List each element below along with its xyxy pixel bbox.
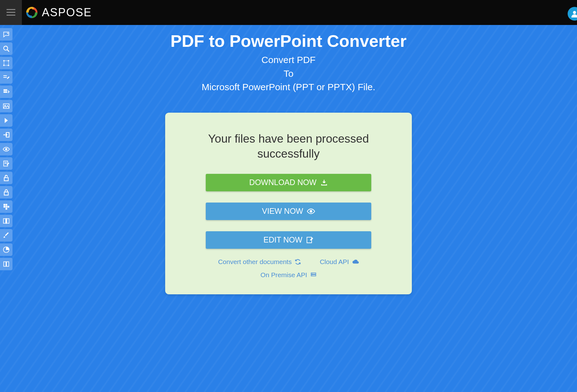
note-edit-icon[interactable] — [0, 157, 12, 170]
svg-rect-14 — [4, 91, 7, 93]
svg-rect-37 — [311, 275, 316, 276]
svg-rect-31 — [7, 219, 9, 223]
hero: PDF to PowerPoint Converter Convert PDF … — [117, 31, 460, 94]
server-icon — [310, 272, 317, 278]
subtitle-line: Microsoft PowerPoint (PPT or PPTX) File. — [117, 80, 460, 94]
download-label: DOWNLOAD NOW — [249, 178, 316, 187]
svg-point-9 — [3, 65, 5, 66]
arrow-right-icon[interactable] — [0, 114, 12, 127]
svg-rect-36 — [311, 273, 316, 274]
svg-rect-24 — [4, 204, 5, 206]
success-message: Your files have been processed successfu… — [206, 131, 371, 161]
svg-rect-29 — [6, 208, 7, 210]
aspose-swirl-icon — [25, 6, 39, 19]
chart-icon[interactable] — [0, 243, 12, 256]
download-button[interactable]: DOWNLOAD NOW — [206, 174, 371, 191]
link-label: On Premise API — [260, 271, 307, 279]
links-row-2: On Premise API — [206, 271, 371, 279]
svg-rect-27 — [6, 206, 7, 208]
svg-rect-15 — [3, 104, 9, 109]
svg-point-38 — [312, 273, 313, 274]
onpremise-api-link[interactable]: On Premise API — [260, 271, 316, 279]
tool-sidebar — [0, 28, 12, 270]
organize-icon[interactable] — [0, 200, 12, 213]
eye-icon — [307, 207, 315, 215]
link-label: Cloud API — [320, 258, 349, 266]
lock-icon[interactable] — [0, 186, 12, 198]
page-subtitle: Convert PDF To Microsoft PowerPoint (PPT… — [117, 53, 460, 94]
svg-line-5 — [7, 50, 9, 51]
svg-point-39 — [312, 275, 313, 276]
link-label: Convert other documents — [218, 258, 292, 266]
svg-rect-25 — [6, 204, 7, 206]
svg-point-3 — [573, 11, 576, 14]
top-bar: ASPOSE — [0, 0, 577, 25]
exit-icon[interactable] — [0, 129, 12, 141]
svg-point-4 — [4, 46, 8, 50]
menu-button[interactable] — [0, 0, 22, 25]
user-account-button[interactable] — [568, 7, 577, 21]
svg-rect-26 — [4, 206, 5, 208]
resize-icon[interactable] — [0, 57, 12, 69]
svg-rect-30 — [3, 219, 6, 223]
subtitle-line: Convert PDF — [117, 53, 460, 67]
book-icon[interactable] — [0, 258, 12, 270]
edit-icon — [306, 236, 313, 244]
download-icon — [320, 179, 328, 186]
svg-rect-6 — [4, 61, 9, 66]
svg-rect-22 — [4, 178, 8, 181]
svg-point-7 — [3, 60, 5, 61]
page-title: PDF to PowerPoint Converter — [117, 31, 460, 51]
svg-point-8 — [8, 60, 9, 61]
comment-icon[interactable] — [0, 28, 12, 41]
form-icon[interactable] — [0, 86, 12, 98]
svg-rect-28 — [8, 206, 9, 208]
svg-rect-0 — [7, 9, 15, 10]
links-row: Convert other documents Cloud API — [206, 258, 371, 266]
brush-icon[interactable] — [0, 229, 12, 242]
eye-icon[interactable] — [0, 143, 12, 155]
svg-rect-2 — [7, 15, 15, 16]
convert-other-link[interactable]: Convert other documents — [218, 258, 301, 266]
hamburger-icon — [7, 9, 15, 16]
brand-logo[interactable]: ASPOSE — [25, 6, 92, 19]
user-icon — [571, 10, 577, 17]
image-icon[interactable] — [0, 100, 12, 112]
svg-rect-13 — [4, 90, 7, 91]
subtitle-line: To — [117, 67, 460, 81]
view-button[interactable]: VIEW NOW — [206, 203, 371, 220]
refresh-icon — [295, 259, 301, 265]
cloud-api-link[interactable]: Cloud API — [320, 258, 359, 266]
brand-name: ASPOSE — [42, 6, 92, 19]
unlock-icon[interactable] — [0, 172, 12, 184]
edit-label: EDIT NOW — [264, 235, 303, 244]
result-card: Your files have been processed successfu… — [165, 113, 412, 294]
svg-rect-23 — [4, 192, 8, 195]
edit-button[interactable]: EDIT NOW — [206, 231, 371, 249]
search-icon[interactable] — [0, 42, 12, 55]
main-area: PDF to PowerPoint Converter Convert PDF … — [0, 25, 577, 392]
svg-rect-1 — [7, 12, 15, 13]
svg-point-34 — [310, 210, 313, 213]
compare-icon[interactable] — [0, 215, 12, 227]
edit-line-icon[interactable] — [0, 71, 12, 84]
svg-point-16 — [5, 105, 6, 106]
cloud-icon — [352, 258, 359, 265]
view-label: VIEW NOW — [262, 207, 303, 216]
svg-point-10 — [8, 65, 9, 66]
svg-point-18 — [5, 148, 7, 150]
